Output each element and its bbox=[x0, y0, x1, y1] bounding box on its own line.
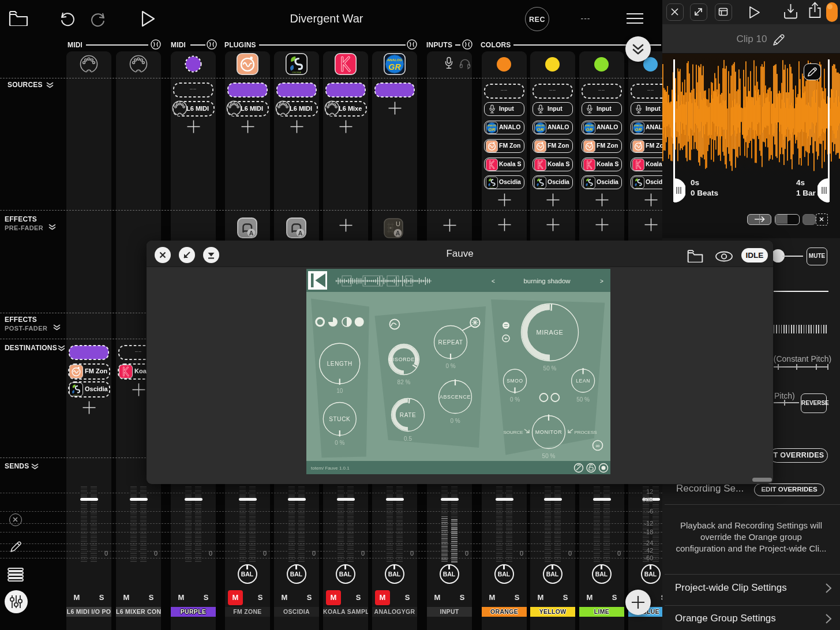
svg-text:10: 10 bbox=[336, 388, 343, 394]
svg-text:burning shadow: burning shadow bbox=[523, 278, 571, 284]
svg-text:A: A bbox=[396, 230, 400, 237]
svg-text:∞: ∞ bbox=[595, 442, 599, 449]
svg-text:50 %: 50 % bbox=[542, 453, 556, 459]
svg-text:ANALOG: ANALOG bbox=[535, 125, 545, 127]
svg-text:MIRAGE: MIRAGE bbox=[537, 329, 564, 336]
svg-text:GR: GR bbox=[489, 127, 496, 132]
svg-text:0 %: 0 % bbox=[335, 440, 344, 446]
svg-text:REPEAT: REPEAT bbox=[438, 339, 463, 346]
svg-text:>: > bbox=[600, 278, 603, 284]
svg-text:MONITOR: MONITOR bbox=[535, 429, 562, 435]
svg-text:ANALOG: ANALOG bbox=[584, 125, 594, 127]
svg-text:0 %: 0 % bbox=[510, 396, 520, 403]
svg-text:GR: GR bbox=[388, 62, 401, 72]
svg-text:OSCIDIA: OSCIDIA bbox=[292, 72, 301, 74]
svg-text:SMOO: SMOO bbox=[507, 378, 523, 384]
svg-text:50 %: 50 % bbox=[576, 396, 590, 403]
svg-text:OSCIDIA: OSCIDIA bbox=[538, 186, 543, 187]
svg-text:ABSCENCE: ABSCENCE bbox=[440, 394, 471, 400]
svg-text:LENGTH: LENGTH bbox=[327, 361, 352, 367]
svg-text:<: < bbox=[492, 278, 495, 284]
svg-text:ANALOG: ANALOG bbox=[487, 125, 496, 127]
svg-text:U: U bbox=[396, 220, 400, 227]
svg-text:0 %: 0 % bbox=[445, 363, 455, 369]
svg-text:RATE: RATE bbox=[400, 412, 416, 418]
svg-text:GR: GR bbox=[635, 127, 642, 132]
svg-text:0.5: 0.5 bbox=[404, 436, 412, 442]
svg-text:totem/ Fauve 1.0.1: totem/ Fauve 1.0.1 bbox=[311, 466, 350, 471]
svg-text:LEAN: LEAN bbox=[576, 378, 590, 384]
svg-text:0 %: 0 % bbox=[450, 418, 460, 424]
svg-text:OSCIDIA: OSCIDIA bbox=[587, 186, 592, 187]
svg-text:50 %: 50 % bbox=[543, 365, 557, 372]
svg-text:OSCIDIA: OSCIDIA bbox=[489, 186, 494, 187]
svg-text:DISORDER: DISORDER bbox=[389, 357, 419, 362]
svg-text:A: A bbox=[249, 230, 254, 237]
svg-text:STUCK: STUCK bbox=[329, 416, 350, 422]
svg-text:OSCIDIA: OSCIDIA bbox=[73, 394, 79, 396]
svg-text:ANALOG: ANALOG bbox=[633, 125, 643, 127]
svg-text:A: A bbox=[298, 230, 303, 237]
svg-text:SOURCE: SOURCE bbox=[503, 430, 523, 435]
svg-text:82 %: 82 % bbox=[397, 379, 411, 385]
svg-text:ANALOG: ANALOG bbox=[387, 58, 403, 62]
svg-text:OSCIDIA: OSCIDIA bbox=[636, 186, 641, 187]
svg-text:GR: GR bbox=[537, 127, 544, 132]
svg-text:GR: GR bbox=[586, 127, 593, 132]
svg-text:PROCESS: PROCESS bbox=[574, 430, 597, 435]
